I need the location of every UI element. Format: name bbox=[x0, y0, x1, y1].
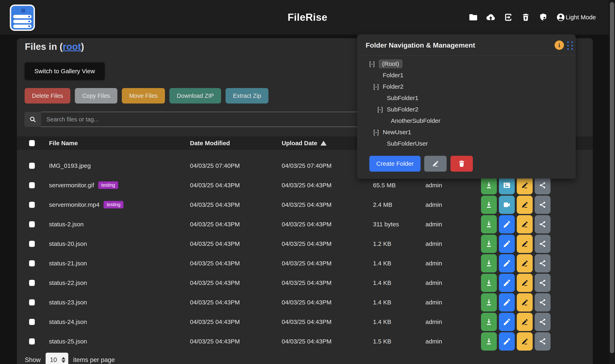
scrollbar-thumb[interactable] bbox=[610, 2, 614, 353]
row-checkbox[interactable] bbox=[29, 163, 35, 169]
share-file-button[interactable] bbox=[535, 215, 550, 234]
folder-tree-item[interactable]: [-]SubFolder2 bbox=[357, 104, 575, 115]
folder-tree-item[interactable]: Folder1 bbox=[357, 70, 575, 81]
account-icon[interactable] bbox=[556, 13, 565, 22]
download-file-button[interactable] bbox=[481, 254, 497, 273]
info-icon[interactable]: i bbox=[555, 40, 564, 50]
row-checkbox[interactable] bbox=[29, 280, 35, 286]
share-file-button[interactable] bbox=[535, 274, 550, 292]
file-name[interactable]: status-21.json bbox=[49, 254, 87, 273]
rename-file-button[interactable] bbox=[517, 235, 533, 253]
row-checkbox[interactable] bbox=[29, 241, 35, 247]
rename-file-button[interactable] bbox=[517, 196, 533, 214]
file-name[interactable]: status-2.json bbox=[49, 215, 84, 234]
scrollbar-track[interactable] bbox=[609, 0, 615, 364]
folder-tree-item[interactable]: SubFolder1 bbox=[357, 92, 575, 104]
download-file-button[interactable] bbox=[481, 293, 497, 312]
share-file-button[interactable] bbox=[535, 235, 550, 253]
folder-tree-item[interactable]: [-]NewUser1 bbox=[357, 127, 575, 138]
folder-label[interactable]: SubFolderUser bbox=[387, 140, 428, 147]
logout-icon[interactable] bbox=[504, 13, 513, 22]
rename-folder-button[interactable] bbox=[424, 156, 447, 172]
share-file-button[interactable] bbox=[535, 293, 550, 312]
download-file-button[interactable] bbox=[481, 332, 497, 351]
select-all-checkbox[interactable] bbox=[29, 140, 35, 146]
download-file-button[interactable] bbox=[481, 274, 497, 292]
light-mode-toggle[interactable]: Light Mode bbox=[566, 0, 596, 35]
edit-file-button[interactable] bbox=[499, 274, 515, 292]
file-name[interactable]: servermonitor.mp4testing bbox=[49, 195, 123, 215]
row-checkbox[interactable] bbox=[29, 260, 35, 266]
share-file-button[interactable] bbox=[535, 176, 550, 195]
row-checkbox[interactable] bbox=[29, 221, 35, 227]
folder-tree-item[interactable]: [-]Folder2 bbox=[357, 81, 575, 92]
file-name[interactable]: status-23.json bbox=[49, 293, 87, 312]
share-file-button[interactable] bbox=[535, 196, 550, 214]
row-checkbox[interactable] bbox=[29, 319, 35, 325]
image-file-button[interactable] bbox=[499, 176, 515, 195]
column-upload-date[interactable]: Upload Date bbox=[282, 136, 327, 150]
tree-collapse-toggle[interactable]: [-] bbox=[373, 129, 383, 136]
folder-label[interactable]: SubFolder1 bbox=[387, 95, 418, 102]
download-file-button[interactable] bbox=[481, 176, 497, 195]
tree-collapse-toggle[interactable]: [-] bbox=[373, 83, 383, 90]
copy-files-button[interactable]: Copy Files bbox=[75, 88, 117, 104]
edit-file-button[interactable] bbox=[499, 235, 515, 253]
column-date-modified[interactable]: Date Modified bbox=[190, 136, 230, 150]
cloud-upload-icon[interactable] bbox=[486, 13, 496, 22]
rename-file-button[interactable] bbox=[517, 215, 533, 234]
rename-file-button[interactable] bbox=[517, 176, 533, 195]
share-file-button[interactable] bbox=[535, 313, 550, 331]
share-file-button[interactable] bbox=[535, 332, 550, 351]
rename-file-button[interactable] bbox=[517, 274, 533, 292]
extract-zip-button[interactable]: Extract Zip bbox=[225, 88, 268, 104]
file-name[interactable]: status-24.json bbox=[49, 312, 87, 332]
edit-file-button[interactable] bbox=[499, 215, 515, 234]
folder-label[interactable]: (Root) bbox=[379, 59, 403, 68]
restore-trash-icon[interactable] bbox=[521, 13, 530, 22]
row-checkbox[interactable] bbox=[29, 202, 35, 208]
rename-file-button[interactable] bbox=[517, 313, 533, 331]
search-input[interactable] bbox=[41, 112, 373, 127]
download-zip-button[interactable]: Download ZIP bbox=[170, 88, 221, 104]
create-folder-button[interactable]: Create Folder bbox=[369, 156, 420, 172]
folder-label[interactable]: NewUser1 bbox=[383, 129, 411, 136]
rename-file-button[interactable] bbox=[517, 293, 533, 312]
switch-gallery-view-button[interactable]: Switch to Gallery View bbox=[25, 63, 105, 80]
row-checkbox[interactable] bbox=[29, 182, 35, 188]
tree-collapse-toggle[interactable]: [-] bbox=[378, 106, 387, 113]
admin-shield-icon[interactable] bbox=[538, 13, 548, 22]
rename-file-button[interactable] bbox=[517, 254, 533, 273]
video-file-button[interactable] bbox=[499, 196, 515, 214]
row-checkbox[interactable] bbox=[29, 338, 35, 344]
root-folder-link[interactable]: root bbox=[63, 41, 81, 52]
folder-label[interactable]: Folder2 bbox=[383, 83, 404, 90]
tree-collapse-toggle[interactable]: [-] bbox=[369, 60, 379, 67]
file-name[interactable]: servermonitor.giftesting bbox=[49, 175, 118, 195]
drag-handle-icon[interactable] bbox=[567, 41, 573, 50]
download-file-button[interactable] bbox=[481, 235, 497, 253]
edit-file-button[interactable] bbox=[499, 313, 515, 331]
column-file-name[interactable]: File Name bbox=[49, 136, 78, 150]
file-name[interactable]: status-22.json bbox=[49, 273, 87, 293]
folder-tree-item[interactable]: [-](Root) bbox=[357, 58, 575, 70]
edit-file-button[interactable] bbox=[499, 254, 515, 273]
folder-tree-item[interactable]: AnotherSubFolder bbox=[357, 115, 575, 127]
download-file-button[interactable] bbox=[481, 196, 497, 214]
row-checkbox[interactable] bbox=[29, 299, 35, 305]
download-file-button[interactable] bbox=[481, 313, 497, 331]
folder-label[interactable]: Folder1 bbox=[383, 72, 404, 79]
file-name[interactable]: status-20.json bbox=[49, 234, 87, 254]
items-per-page-select[interactable]: 10 bbox=[46, 353, 68, 364]
folder-label[interactable]: SubFolder2 bbox=[387, 106, 418, 113]
delete-folder-button[interactable] bbox=[450, 156, 473, 172]
file-name[interactable]: IMG_0193.jpeg bbox=[49, 156, 91, 175]
move-files-button[interactable]: Move Files bbox=[122, 88, 165, 104]
edit-file-button[interactable] bbox=[499, 293, 515, 312]
rename-file-button[interactable] bbox=[517, 332, 533, 351]
file-name[interactable]: status-25.json bbox=[49, 332, 87, 351]
folder-icon[interactable] bbox=[469, 13, 478, 22]
folder-label[interactable]: AnotherSubFolder bbox=[391, 117, 441, 124]
share-file-button[interactable] bbox=[535, 254, 550, 273]
delete-files-button[interactable]: Delete Files bbox=[25, 88, 70, 104]
